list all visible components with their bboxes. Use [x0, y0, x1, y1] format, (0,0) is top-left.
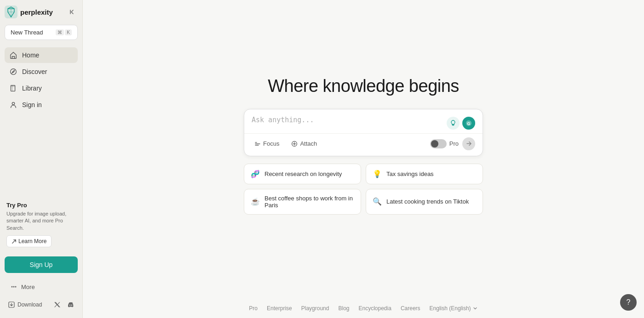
try-pro-box: Try Pro Upgrade for image upload, smarte…	[5, 198, 78, 251]
sidebar-item-discover[interactable]: Discover	[5, 64, 78, 80]
download-label: Download	[17, 301, 42, 308]
focus-bulb-icon	[449, 119, 457, 127]
submit-icon	[466, 141, 472, 147]
svg-point-3	[12, 102, 14, 105]
twitter-icon	[54, 301, 60, 308]
toolbar-left: Focus Attach	[252, 138, 320, 149]
compass-icon	[9, 68, 17, 76]
collapse-sidebar-button[interactable]	[67, 6, 78, 17]
try-pro-title: Try Pro	[6, 202, 76, 209]
search-input[interactable]	[252, 116, 447, 130]
attach-icon	[291, 141, 298, 147]
sidebar-item-home-label: Home	[22, 51, 39, 59]
discord-button[interactable]	[66, 300, 76, 310]
attach-label: Attach	[300, 140, 317, 147]
footer-link-pro[interactable]: Pro	[249, 305, 258, 312]
svg-point-5	[13, 286, 15, 288]
hero-title: Where knowledge begins	[268, 76, 459, 96]
suggestions-grid: 🧬 Recent research on longevity 💡 Tax sav…	[244, 164, 483, 215]
suggestion-card-1[interactable]: 🧬 Recent research on longevity	[244, 164, 361, 184]
social-icons	[52, 300, 76, 310]
chevron-down-icon	[472, 306, 478, 311]
search-icon-actions: G	[447, 117, 475, 130]
signin-icon	[9, 101, 17, 109]
sidebar: perplexity New Thread ⌘ K Home	[0, 0, 83, 318]
more-label: More	[21, 284, 35, 290]
suggestion-text-4: Latest cooking trends on Tiktok	[386, 198, 469, 205]
svg-point-1	[11, 69, 17, 75]
language-label: English (English)	[430, 305, 471, 312]
pro-toggle: Pro	[430, 139, 459, 148]
focus-icon	[254, 141, 261, 147]
attach-button[interactable]: Attach	[288, 138, 320, 149]
search-toolbar: Focus Attach Pro	[244, 133, 483, 156]
footer-link-encyclopedia[interactable]: Encyclopedia	[359, 305, 391, 312]
sign-up-button[interactable]: Sign Up	[5, 256, 78, 273]
footer-link-blog[interactable]: Blog	[338, 305, 349, 312]
more-icon	[10, 283, 17, 290]
svg-text:G: G	[467, 121, 471, 125]
shortcut-cmd: ⌘	[56, 29, 64, 35]
toolbar-right: Pro	[430, 137, 475, 150]
download-button[interactable]: Download	[6, 300, 44, 310]
sidebar-footer: Download	[5, 297, 78, 312]
main-content: Where knowledge begins G	[83, 0, 644, 318]
footer-language-selector[interactable]: English (English)	[430, 305, 478, 312]
focus-mode-icon-button[interactable]	[447, 117, 460, 130]
logo: perplexity	[5, 6, 53, 18]
suggestion-text-3: Best coffee shops to work from in Paris	[264, 195, 354, 209]
sidebar-item-signin-label: Sign in	[22, 101, 42, 108]
shortcut-key: K	[65, 29, 72, 35]
new-thread-shortcut: ⌘ K	[56, 29, 72, 35]
suggestion-text-1: Recent research on longevity	[264, 170, 342, 177]
main-footer: Pro Enterprise Playground Blog Encyclope…	[83, 299, 644, 318]
sidebar-item-home[interactable]: Home	[5, 47, 78, 63]
suggestion-card-3[interactable]: ☕ Best coffee shops to work from in Pari…	[244, 189, 361, 215]
grammarly-icon-button[interactable]: G	[462, 117, 475, 130]
pro-label: Pro	[449, 140, 459, 147]
sidebar-spacer	[5, 114, 78, 198]
sidebar-item-signin[interactable]: Sign in	[5, 97, 78, 113]
more-button[interactable]: More	[6, 280, 76, 293]
new-thread-button[interactable]: New Thread ⌘ K	[5, 25, 78, 40]
new-thread-label: New Thread	[11, 29, 43, 36]
logo-text: perplexity	[20, 8, 53, 16]
try-pro-description: Upgrade for image upload, smarter AI, an…	[6, 210, 76, 232]
suggestion-card-2[interactable]: 💡 Tax savings ideas	[366, 164, 483, 184]
logo-icon	[5, 6, 17, 18]
pro-toggle-switch[interactable]	[430, 139, 447, 148]
external-link-icon	[12, 239, 17, 244]
suggestion-text-2: Tax savings ideas	[386, 170, 434, 177]
learn-more-label: Learn More	[18, 238, 46, 244]
sidebar-item-discover-label: Discover	[22, 68, 47, 75]
suggestion-card-4[interactable]: 🔍 Latest cooking trends on Tiktok	[366, 189, 483, 215]
focus-button[interactable]: Focus	[252, 138, 282, 149]
discord-icon	[68, 301, 74, 308]
suggestion-icon-4: 🔍	[373, 197, 382, 206]
help-button[interactable]: ?	[620, 294, 637, 311]
sidebar-item-library-label: Library	[22, 85, 42, 92]
svg-point-6	[15, 286, 17, 288]
book-icon	[9, 84, 17, 92]
footer-link-playground[interactable]: Playground	[301, 305, 329, 312]
search-input-row: G	[244, 109, 483, 133]
footer-link-careers[interactable]: Careers	[401, 305, 420, 312]
sidebar-item-library[interactable]: Library	[5, 80, 78, 96]
more-section: More	[5, 278, 78, 295]
footer-link-enterprise[interactable]: Enterprise	[267, 305, 292, 312]
download-icon	[8, 301, 15, 308]
search-container: G Focus Attach	[244, 109, 483, 156]
suggestion-icon-3: ☕	[251, 197, 260, 206]
suggestion-icon-2: 💡	[373, 170, 382, 178]
focus-label: Focus	[263, 140, 279, 147]
home-icon	[9, 51, 17, 59]
submit-button[interactable]	[462, 137, 475, 150]
sidebar-nav: Home Discover Library Sign in	[5, 47, 78, 114]
suggestion-icon-1: 🧬	[251, 170, 260, 178]
svg-point-4	[12, 286, 13, 288]
toggle-knob	[431, 140, 438, 148]
svg-rect-2	[11, 85, 15, 91]
learn-more-button[interactable]: Learn More	[6, 235, 52, 247]
sidebar-header: perplexity	[5, 6, 78, 18]
twitter-button[interactable]	[52, 300, 62, 310]
